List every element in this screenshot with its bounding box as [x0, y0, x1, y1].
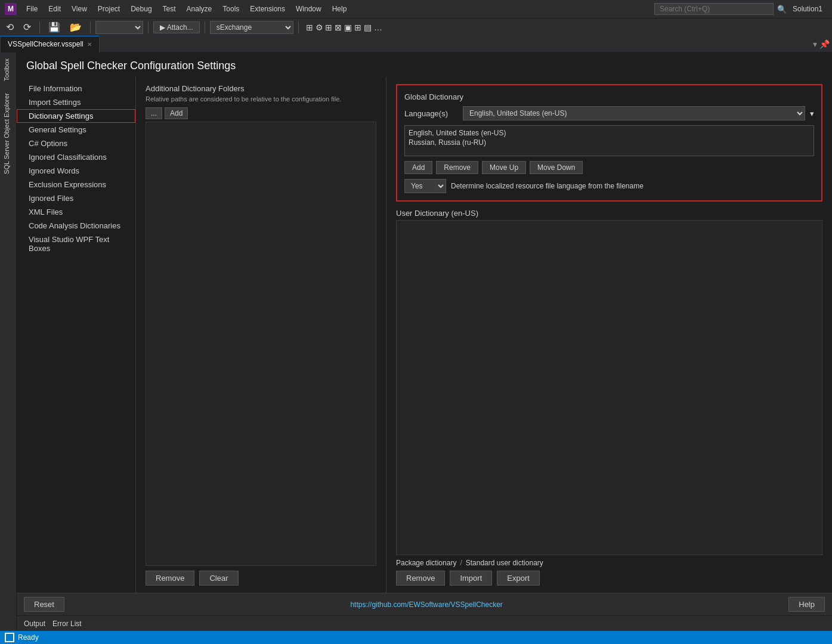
nav-import-settings[interactable]: Import Settings: [17, 95, 135, 109]
separator: /: [460, 559, 462, 567]
center-panel-title: Additional Dictionary Folders: [146, 84, 376, 93]
toolbar-divider-5: [298, 21, 299, 33]
menu-file[interactable]: File: [21, 4, 42, 14]
tab-close-button[interactable]: ✕: [87, 41, 92, 48]
global-dict-section: Global Dictionary Language(s) English, U…: [396, 84, 822, 202]
status-text: Ready: [18, 633, 39, 642]
menu-help[interactable]: Help: [327, 4, 352, 14]
solution-label: Solution1: [788, 4, 827, 14]
page-title: Global Spell Checker Configuration Setti…: [17, 52, 832, 77]
output-tab[interactable]: Output: [24, 620, 45, 628]
save-all-button[interactable]: 💾: [45, 20, 64, 34]
nav-code-analysis[interactable]: Code Analysis Dictionaries: [17, 219, 135, 233]
move-up-button[interactable]: Move Up: [482, 161, 526, 174]
folder-toolbar: ... Add: [146, 107, 376, 119]
toolbox-label[interactable]: Toolbox: [0, 52, 16, 87]
center-panel: Additional Dictionary Folders Relative p…: [136, 77, 386, 593]
side-labels: Toolbox SQL Server Object Explorer: [0, 52, 17, 631]
lang-button-row: Add Remove Move Up Move Down: [404, 161, 814, 174]
lang-list-item-en: English, United States (en-US): [407, 128, 811, 138]
help-button[interactable]: Help: [788, 597, 825, 612]
error-list-tab[interactable]: Error List: [52, 620, 82, 628]
remove-folder-button[interactable]: Remove: [146, 571, 194, 586]
tab-vsspellchecker[interactable]: VSSpellChecker.vsspell ✕: [0, 36, 100, 52]
nav-general-settings[interactable]: General Settings: [17, 123, 135, 137]
toolbar-divider-1: [39, 21, 40, 33]
global-dict-title: Global Dictionary: [404, 92, 814, 101]
content-body: File Information Import Settings Diction…: [17, 77, 832, 593]
language-combo[interactable]: English, United States (en-US)Russian, R…: [463, 106, 805, 120]
folder-list: [146, 122, 376, 566]
statusbar: Ready: [0, 631, 832, 644]
output-bar: Output Error List: [17, 615, 832, 631]
lang-combo-arrow: ▾: [810, 109, 814, 118]
menu-project[interactable]: Project: [93, 4, 125, 14]
menu-extensions[interactable]: Extensions: [245, 4, 290, 14]
nav-ignored-files[interactable]: Ignored Files: [17, 191, 135, 205]
nav-dictionary-settings[interactable]: Dictionary Settings: [17, 109, 135, 123]
clear-folder-button[interactable]: Clear: [199, 571, 238, 586]
menu-view[interactable]: View: [67, 4, 92, 14]
left-nav: File Information Import Settings Diction…: [17, 77, 136, 593]
menu-edit[interactable]: Edit: [44, 4, 66, 14]
remove-lang-button[interactable]: Remove: [436, 161, 478, 174]
tabbar: VSSpellChecker.vsspell ✕ ▾ 📌: [0, 36, 832, 52]
nav-ignored-words[interactable]: Ignored Words: [17, 164, 135, 178]
user-dict-section: User Dictionary (en-US) Package dictiona…: [396, 209, 822, 586]
undo-button[interactable]: ⟲: [2, 20, 17, 34]
package-label: Package dictionary: [396, 559, 456, 567]
open-button[interactable]: 📂: [66, 20, 85, 34]
sql-server-label[interactable]: SQL Server Object Explorer: [0, 87, 16, 180]
user-dict-buttons: Remove Import Export: [396, 571, 822, 586]
right-panel: Global Dictionary Language(s) English, U…: [386, 77, 832, 593]
sexchange-combo[interactable]: sExchange: [210, 21, 293, 34]
import-button[interactable]: Import: [450, 571, 492, 586]
add-folder-button[interactable]: Add: [165, 107, 188, 119]
nav-ignored-classifications[interactable]: Ignored Classifications: [17, 150, 135, 164]
menubar: M File Edit View Project Debug Test Anal…: [0, 0, 832, 18]
content-area: Global Spell Checker Configuration Setti…: [17, 52, 832, 631]
toolbar-divider-4: [205, 21, 205, 33]
reset-button[interactable]: Reset: [24, 597, 64, 612]
search-input[interactable]: [654, 3, 774, 15]
tab-title: VSSpellChecker.vsspell: [8, 40, 83, 48]
attach-button[interactable]: ▶ Attach...: [153, 21, 200, 33]
package-row: Package dictionary / Standard user dicti…: [396, 559, 822, 567]
nav-xml-files[interactable]: XML Files: [17, 205, 135, 219]
bottom-buttons: Remove Clear: [146, 566, 376, 586]
yes-combo[interactable]: YesNo: [404, 179, 446, 193]
config-combo[interactable]: [95, 21, 143, 34]
center-panel-subtitle: Relative paths are considered to be rela…: [146, 95, 376, 103]
redo-button[interactable]: ⟳: [20, 20, 35, 34]
github-link[interactable]: https://github.com/EWSoftware/VSSpellChe…: [64, 600, 788, 609]
main-area: Toolbox SQL Server Object Explorer Globa…: [0, 52, 832, 631]
menu-analyze[interactable]: Analyze: [182, 4, 217, 14]
nav-exclusion-expressions[interactable]: Exclusion Expressions: [17, 178, 135, 191]
nav-file-information[interactable]: File Information: [17, 82, 135, 95]
add-lang-button[interactable]: Add: [404, 161, 432, 174]
determine-row: YesNo Determine localized resource file …: [404, 179, 814, 193]
menu-debug[interactable]: Debug: [126, 4, 156, 14]
user-dict-title: User Dictionary (en-US): [396, 209, 822, 218]
tabbar-icons: ▾ 📌: [813, 39, 830, 49]
lang-list-item-ru: Russian, Russia (ru-RU): [407, 138, 811, 147]
dropdown-icon[interactable]: ▾: [813, 39, 817, 49]
menu-test[interactable]: Test: [158, 4, 181, 14]
language-list: English, United States (en-US) Russian, …: [404, 125, 814, 156]
move-down-button[interactable]: Move Down: [530, 161, 583, 174]
status-icon: [5, 633, 14, 642]
lang-label: Language(s): [404, 109, 458, 118]
toolbar-divider-2: [90, 21, 91, 33]
pin-icon[interactable]: 📌: [819, 39, 830, 49]
nav-csharp-options[interactable]: C# Options: [17, 137, 135, 150]
remove-user-dict-button[interactable]: Remove: [396, 571, 445, 586]
user-dict-list: [396, 220, 822, 555]
determine-text: Determine localized resource file langua…: [451, 182, 644, 190]
ellipsis-button[interactable]: ...: [146, 107, 162, 119]
footer-actions: Reset https://github.com/EWSoftware/VSSp…: [17, 593, 832, 615]
lang-row: Language(s) English, United States (en-U…: [404, 106, 814, 120]
menu-window[interactable]: Window: [291, 4, 326, 14]
export-button[interactable]: Export: [497, 571, 540, 586]
nav-wpf-text-boxes[interactable]: Visual Studio WPF Text Boxes: [17, 233, 135, 255]
menu-tools[interactable]: Tools: [218, 4, 244, 14]
